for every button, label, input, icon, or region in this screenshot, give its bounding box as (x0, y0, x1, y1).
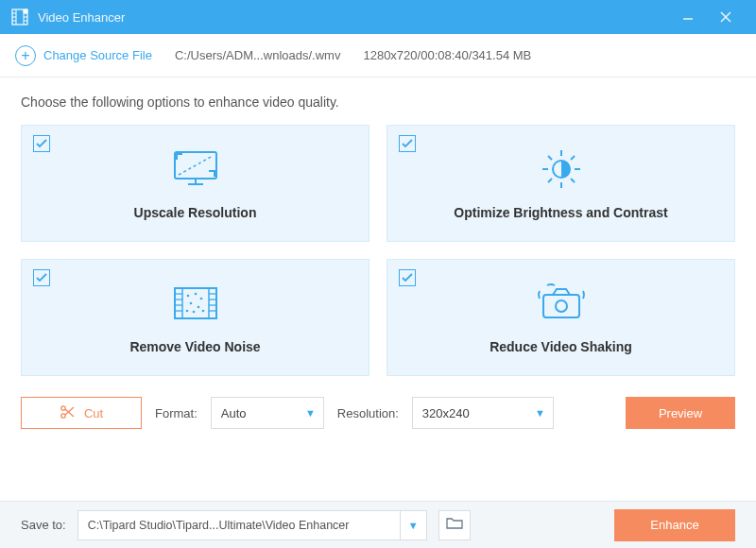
chevron-down-icon: ▼ (400, 511, 426, 539)
footer-bar: Save to: C:\Tipard Studio\Tipard...Ultim… (0, 501, 756, 548)
film-noise-icon (167, 281, 224, 326)
resolution-label: Resolution: (337, 406, 399, 420)
checkbox-icon (33, 135, 50, 152)
svg-point-48 (61, 413, 65, 417)
format-select[interactable]: Auto ▼ (211, 397, 324, 429)
svg-point-37 (186, 295, 189, 298)
titlebar: Video Enhancer (0, 0, 756, 34)
svg-point-46 (556, 300, 567, 312)
change-source-label: Change Source File (43, 48, 152, 62)
card-label: Optimize Brightness and Contrast (454, 205, 667, 220)
svg-point-42 (192, 311, 195, 314)
brightness-icon (536, 146, 587, 192)
change-source-button[interactable]: + Change Source File (15, 45, 152, 66)
svg-point-38 (194, 293, 197, 296)
svg-point-39 (199, 298, 202, 300)
svg-line-23 (571, 179, 575, 182)
saveto-path-select[interactable]: C:\Tipard Studio\Tipard...Ultimate\Video… (77, 510, 427, 540)
preview-label: Preview (659, 406, 702, 420)
card-label: Upscale Resolution (134, 205, 257, 220)
card-brightness-contrast[interactable]: Optimize Brightness and Contrast (387, 125, 735, 242)
svg-point-41 (197, 306, 199, 309)
svg-line-22 (548, 156, 552, 160)
monitor-icon (167, 146, 224, 192)
enhance-label: Enhance (650, 518, 698, 532)
chevron-down-icon: ▼ (535, 407, 545, 419)
card-remove-noise[interactable]: Remove Video Noise (21, 259, 369, 376)
open-folder-button[interactable] (438, 510, 471, 540)
camera-shake-icon (534, 281, 589, 326)
folder-icon (446, 517, 463, 534)
checkbox-icon (33, 269, 50, 286)
card-upscale-resolution[interactable]: Upscale Resolution (21, 125, 369, 242)
resolution-value: 320x240 (422, 406, 470, 420)
cut-button[interactable]: Cut (21, 397, 142, 429)
resolution-select[interactable]: 320x240 ▼ (412, 397, 554, 429)
format-value: Auto (221, 406, 247, 420)
plus-icon: + (15, 45, 36, 66)
svg-point-43 (201, 310, 204, 313)
controls-row: Cut Format: Auto ▼ Resolution: 320x240 ▼… (21, 397, 735, 429)
svg-point-9 (24, 9, 28, 14)
card-label: Reduce Video Shaking (490, 339, 632, 354)
enhance-button[interactable]: Enhance (614, 509, 735, 541)
scissors-icon (60, 404, 75, 422)
cut-label: Cut (84, 406, 103, 420)
instruction-text: Choose the following options to enhance … (21, 94, 735, 110)
format-label: Format: (155, 406, 198, 420)
checkbox-icon (399, 269, 416, 286)
svg-point-47 (61, 405, 65, 409)
source-bar: + Change Source File C:/Users/ADM...wnlo… (0, 34, 756, 77)
svg-point-44 (185, 310, 188, 313)
chevron-down-icon: ▼ (305, 407, 316, 419)
svg-line-24 (571, 156, 575, 160)
svg-rect-45 (543, 295, 579, 317)
checkbox-icon (399, 135, 416, 152)
app-icon (11, 9, 28, 26)
minimize-button[interactable] (669, 0, 707, 34)
app-title: Video Enhancer (38, 10, 669, 25)
svg-point-40 (189, 302, 192, 305)
svg-line-25 (548, 179, 552, 182)
card-label: Remove Video Noise (129, 339, 260, 354)
close-button[interactable] (707, 0, 745, 34)
card-reduce-shaking[interactable]: Reduce Video Shaking (387, 259, 735, 376)
source-info: 1280x720/00:08:40/341.54 MB (363, 48, 531, 62)
svg-line-14 (179, 156, 213, 175)
enhancement-options: Upscale Resolution Optimize Brightness a… (21, 125, 735, 376)
source-path: C:/Users/ADM...wnloads/.wmv (175, 48, 341, 62)
saveto-path: C:\Tipard Studio\Tipard...Ultimate\Video… (88, 519, 350, 532)
saveto-label: Save to: (21, 518, 66, 532)
preview-button[interactable]: Preview (626, 397, 735, 429)
